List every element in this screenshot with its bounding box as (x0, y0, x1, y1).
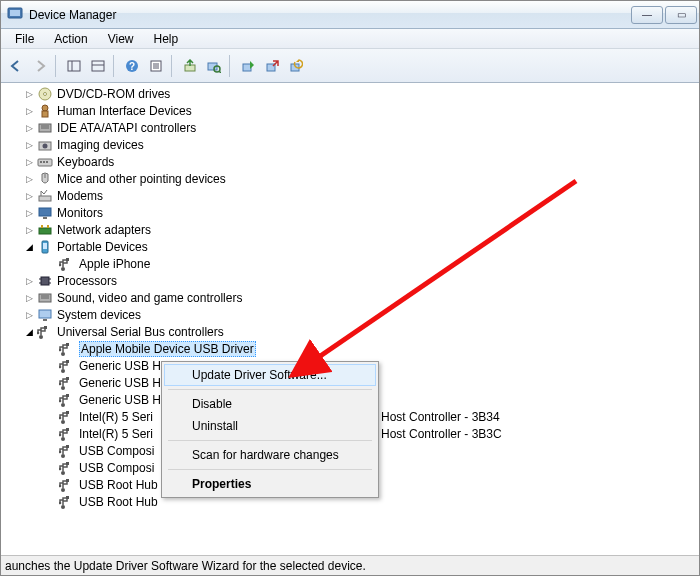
tree-item-label[interactable]: USB Root Hub (79, 495, 158, 509)
svg-point-63 (61, 386, 65, 390)
expand-icon[interactable]: ▷ (23, 105, 35, 117)
tree-item-label[interactable]: Modems (57, 189, 103, 203)
context-menu-item[interactable]: Uninstall (164, 415, 376, 437)
refresh-icon[interactable] (285, 55, 307, 77)
tree-item-label[interactable]: Monitors (57, 206, 103, 220)
tree-item[interactable]: ▷Monitors (9, 204, 699, 221)
uninstall-icon[interactable] (261, 55, 283, 77)
svg-rect-73 (66, 428, 69, 431)
no-expander (45, 479, 57, 491)
expand-icon[interactable]: ▷ (23, 139, 35, 151)
svg-point-43 (59, 263, 61, 266)
show-hide-console-button[interactable] (63, 55, 85, 77)
context-menu-item[interactable]: Properties (164, 473, 376, 495)
statusbar-text: aunches the Update Driver Software Wizar… (5, 559, 366, 573)
expand-icon[interactable]: ▷ (23, 88, 35, 100)
svg-rect-67 (66, 394, 69, 397)
tree-item-label[interactable]: Intel(R) 5 Seri (79, 410, 153, 424)
tree-item-label[interactable]: DVD/CD-ROM drives (57, 87, 170, 101)
context-menu-item[interactable]: Scan for hardware changes (164, 444, 376, 466)
tree-item[interactable]: ▷Modems (9, 187, 699, 204)
tree-item[interactable]: ▷Network adapters (9, 221, 699, 238)
context-menu-item[interactable]: Disable (164, 393, 376, 415)
device-icon (37, 307, 53, 323)
tree-item[interactable]: ▷Imaging devices (9, 136, 699, 153)
menu-file[interactable]: File (7, 30, 42, 48)
tree-item-label[interactable]: USB Composi (79, 461, 154, 475)
svg-rect-61 (66, 360, 69, 363)
tree-item-label[interactable]: Generic USB H (79, 376, 161, 390)
expand-icon[interactable]: ▷ (23, 122, 35, 134)
menu-help[interactable]: Help (146, 30, 187, 48)
device-icon (37, 120, 53, 136)
expand-icon[interactable]: ▷ (23, 309, 35, 321)
tree-item[interactable]: ◢Portable Devices (9, 238, 699, 255)
tree-item-label[interactable]: Portable Devices (57, 240, 148, 254)
tree-item-label[interactable]: USB Root Hub (79, 478, 158, 492)
expand-icon[interactable]: ▷ (23, 292, 35, 304)
tree-item-label[interactable]: Sound, video and game controllers (57, 291, 242, 305)
context-menu-separator (168, 440, 372, 441)
maximize-button[interactable]: ▭ (665, 6, 697, 24)
menu-action[interactable]: Action (46, 30, 95, 48)
tree-item[interactable]: ▷Processors (9, 272, 699, 289)
expand-icon[interactable]: ▷ (23, 224, 35, 236)
forward-button[interactable] (29, 55, 51, 77)
svg-rect-16 (243, 64, 251, 71)
tree-item[interactable]: ▷Mice and other pointing devices (9, 170, 699, 187)
svg-point-86 (59, 501, 61, 504)
tree-item-label[interactable]: Keyboards (57, 155, 114, 169)
tree-item[interactable]: Apple Mobile Device USB Driver (9, 340, 699, 357)
tree-item[interactable]: ▷DVD/CD-ROM drives (9, 85, 699, 102)
collapse-icon[interactable]: ◢ (23, 326, 35, 338)
context-menu-item[interactable]: Update Driver Software... (164, 364, 376, 386)
expand-icon[interactable]: ▷ (23, 207, 35, 219)
context-menu: Update Driver Software...DisableUninstal… (161, 361, 379, 498)
device-icon (59, 392, 75, 408)
tree-item-label[interactable]: Apple Mobile Device USB Driver (79, 341, 256, 357)
svg-rect-53 (43, 319, 47, 321)
tree-item-label[interactable]: Intel(R) 5 Seri (79, 427, 153, 441)
properties-button[interactable] (145, 55, 167, 77)
device-icon (37, 273, 53, 289)
tree-item[interactable]: Apple iPhone (9, 255, 699, 272)
tree-item-label[interactable]: Apple iPhone (79, 257, 150, 271)
tree-item-label[interactable]: Human Interface Devices (57, 104, 192, 118)
expand-icon[interactable]: ▷ (23, 275, 35, 287)
tree-item[interactable]: ▷System devices (9, 306, 699, 323)
tree-item-label[interactable]: Processors (57, 274, 117, 288)
scan-hardware-icon[interactable] (203, 55, 225, 77)
expand-icon[interactable]: ▷ (23, 190, 35, 202)
tree-item[interactable]: ▷Human Interface Devices (9, 102, 699, 119)
tree-item[interactable]: ◢Universal Serial Bus controllers (9, 323, 699, 340)
device-icon (59, 426, 75, 442)
expand-icon[interactable]: ▷ (23, 156, 35, 168)
tree-item-label[interactable]: Imaging devices (57, 138, 144, 152)
expand-icon[interactable]: ▷ (23, 173, 35, 185)
svg-rect-70 (66, 411, 69, 414)
toolbar-separator (55, 55, 59, 77)
tree-item-label[interactable]: Network adapters (57, 223, 151, 237)
update-driver-icon[interactable] (179, 55, 201, 77)
tree-item-label[interactable]: IDE ATA/ATAPI controllers (57, 121, 196, 135)
help-button[interactable]: ? (121, 55, 143, 77)
tree-item-label[interactable]: Generic USB H (79, 393, 161, 407)
tree-item-label[interactable]: Mice and other pointing devices (57, 172, 226, 186)
tree-item[interactable]: ▷IDE ATA/ATAPI controllers (9, 119, 699, 136)
tree-item-label[interactable]: System devices (57, 308, 141, 322)
tree-item-label[interactable]: Generic USB H (79, 359, 161, 373)
minimize-button[interactable]: — (631, 6, 663, 24)
svg-rect-2 (68, 61, 80, 71)
tree-item[interactable]: ▷Keyboards (9, 153, 699, 170)
enable-icon[interactable] (237, 55, 259, 77)
menu-view[interactable]: View (100, 30, 142, 48)
svg-point-71 (59, 416, 61, 419)
tree-item-label[interactable]: Universal Serial Bus controllers (57, 325, 224, 339)
collapse-icon[interactable]: ◢ (23, 241, 35, 253)
tree-item-label[interactable]: USB Composi (79, 444, 154, 458)
tree-item[interactable]: ▷Sound, video and game controllers (9, 289, 699, 306)
svg-point-54 (39, 335, 43, 339)
svg-point-68 (59, 399, 61, 402)
back-button[interactable] (5, 55, 27, 77)
details-toggle-button[interactable] (87, 55, 109, 77)
